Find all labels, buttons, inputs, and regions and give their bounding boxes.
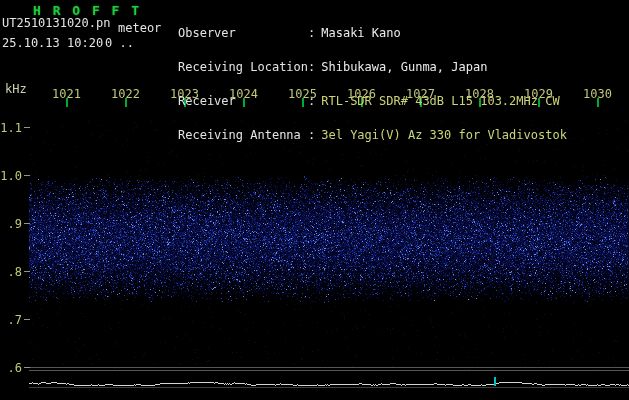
y-tick-label: .7: [0, 313, 22, 327]
x-tick-label: 1026: [347, 87, 376, 101]
info-label: Receiving Location: [178, 62, 308, 73]
x-tick-label: 1025: [288, 87, 317, 101]
info-separator: :: [308, 62, 315, 73]
info-separator: :: [308, 130, 315, 141]
info-value: Shibukawa, Gunma, Japan: [321, 60, 487, 74]
y-tick-label: .9: [0, 217, 22, 231]
mode-label: meteor: [118, 21, 161, 35]
info-label: Observer: [178, 28, 308, 39]
x-tick-label: 1021: [52, 87, 81, 101]
x-tick-label: 1029: [524, 87, 553, 101]
x-tick-label: 1024: [229, 87, 258, 101]
status-counter: 0 ..: [105, 36, 134, 50]
y-tick-label: 1.0: [0, 169, 22, 183]
y-tick-label: .6: [0, 361, 22, 375]
info-row-antenna: Receiving Antenna:3el Yagi(V) Az 330 for…: [178, 130, 567, 141]
y-tick-label: .8: [0, 265, 22, 279]
info-value: 3el Yagi(V) Az 330 for Vladivostok: [321, 128, 567, 142]
x-tick-label: 1028: [465, 87, 494, 101]
x-tick-label: 1022: [111, 87, 140, 101]
x-tick-label: 1027: [406, 87, 435, 101]
station-info: Observer:Masaki Kano Receiving Location:…: [178, 5, 567, 165]
info-separator: :: [308, 28, 315, 39]
datetime-label: 25.10.13 10:20: [2, 36, 103, 50]
info-row-location: Receiving Location:Shibukawa, Gunma, Jap…: [178, 62, 567, 73]
info-row-observer: Observer:Masaki Kano: [178, 28, 567, 39]
output-filename: UT2510131020.pn: [2, 16, 110, 30]
info-label: Receiving Antenna: [178, 130, 308, 141]
y-axis-unit: kHz: [5, 82, 27, 96]
y-tick-label: 1.1: [0, 121, 22, 135]
info-value: Masaki Kano: [321, 26, 400, 40]
hrofft-screen: H R O F F T UT2510131020.pn meteor 25.10…: [0, 0, 629, 400]
x-tick-label: 1023: [170, 87, 199, 101]
x-tick-label: 1030: [583, 87, 612, 101]
